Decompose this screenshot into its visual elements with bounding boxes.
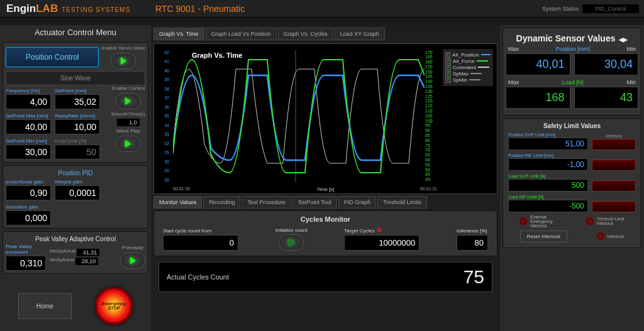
logo: EnginLABTESTING SYSTEMS xyxy=(0,3,130,15)
dutycycle-input: 50 xyxy=(55,144,100,160)
ramprate-input[interactable]: 10,00 xyxy=(55,119,100,134)
frequency-input[interactable]: 4,00 xyxy=(6,94,51,109)
interlock-led-pinf xyxy=(592,160,636,171)
position-min: 30,04 xyxy=(574,53,639,75)
i-gain-input[interactable]: 0,0001 xyxy=(55,185,100,200)
expand-icon[interactable]: ◀▶ xyxy=(619,36,628,43)
setpoint-input[interactable]: 35,02 xyxy=(55,94,100,109)
position-max: 40,01 xyxy=(506,53,570,75)
load-inf-limit[interactable]: -500 xyxy=(508,200,588,212)
enable-servo-toggle[interactable] xyxy=(111,53,136,69)
pid-title: Position PID xyxy=(6,170,145,176)
initialize-count-button[interactable] xyxy=(279,234,304,251)
start-cycle-input[interactable]: 0 xyxy=(163,235,238,251)
tab-test-procedure[interactable]: Test Procedure xyxy=(242,196,291,209)
setpoint-min-input[interactable]: 30,00 xyxy=(6,144,51,160)
chart-legend: ✓AII_Position ✓AII_Force ✓Command ✓SpMax… xyxy=(443,49,493,86)
tab-recording[interactable]: Recording xyxy=(203,196,240,209)
position-control-button[interactable]: Position Control xyxy=(6,47,99,67)
actual-cycles-display: Actual Cycles Count75 xyxy=(158,262,492,292)
system-status: System StatusPID_Control xyxy=(542,4,639,13)
emergency-stop-button[interactable]: Emergency STOP xyxy=(95,287,133,325)
home-button[interactable]: Home xyxy=(18,293,72,319)
monitor-tabs: Monitor Values Recording Test Procedure … xyxy=(153,196,497,209)
target-cycles-input[interactable]: 10000000 xyxy=(344,235,419,251)
tab-load-xy[interactable]: Load XY Graph xyxy=(335,28,385,40)
pv-increment-input[interactable]: 0,310 xyxy=(6,256,46,271)
waveform-select[interactable]: Sine Wave xyxy=(6,71,145,85)
wave-play-toggle[interactable] xyxy=(116,136,141,152)
pv-enable-toggle[interactable] xyxy=(120,252,145,269)
interlock-led-linf xyxy=(592,201,636,212)
interlock-led-lsup xyxy=(592,180,636,192)
enable-control-toggle[interactable] xyxy=(116,93,141,109)
tab-graph-load-pos[interactable]: Graph Load Vs Position xyxy=(206,28,277,40)
tab-setpoint-tool[interactable]: SetPoint Tool xyxy=(292,196,337,209)
safety-title: Safety Limit Values xyxy=(506,122,638,129)
pos-sup-limit[interactable]: 51,00 xyxy=(508,138,588,150)
interlock-led xyxy=(596,232,605,241)
cycles-monitor-title: Cycles Monitor xyxy=(157,215,494,223)
minsp-actual: 28,10 xyxy=(75,258,98,265)
load-sup-limit[interactable]: 500 xyxy=(508,179,588,192)
tab-graph-cycles[interactable]: Graph Vs. Cycles xyxy=(278,28,333,40)
reset-interlock-button[interactable]: Reset Interlock xyxy=(520,231,567,242)
d-gain-input[interactable]: 0,000 xyxy=(6,210,51,225)
graph-tabs: Graph Vs. Time Graph Load Vs Position Gr… xyxy=(153,28,497,40)
tab-graph-time[interactable]: Graph Vs. Time xyxy=(153,28,204,40)
interlock-led-psup xyxy=(592,139,636,150)
graph-plot: Graph Vs. Time 4241403938373635343332313… xyxy=(153,43,497,194)
chart-svg xyxy=(173,50,425,182)
actuator-menu-title: Actuator Control Menu xyxy=(3,28,148,37)
maxsp-actual: 41,31 xyxy=(77,249,99,256)
tab-pid-graph[interactable]: PID Graph xyxy=(338,196,377,209)
load-max: 168 xyxy=(506,87,570,109)
tab-treshold-limits[interactable]: Treshold Limits xyxy=(377,196,427,209)
target-indicator-icon xyxy=(377,227,382,232)
setpoint-max-input[interactable]: 40,00 xyxy=(6,119,51,134)
load-min: 43 xyxy=(574,87,639,109)
dsv-title: Dynamic Sensor Values◀▶ xyxy=(506,31,638,46)
pv-title: Peak Valley Adaptive Control xyxy=(6,236,145,242)
p-gain-input[interactable]: 0,90 xyxy=(6,185,51,200)
tolerance-input[interactable]: 80 xyxy=(457,235,488,251)
treshold-led xyxy=(586,217,594,225)
app-title: RTC 9001 - Pneumatic xyxy=(155,4,245,14)
smoothtime-input[interactable]: 1,0 xyxy=(117,119,140,126)
ext-emergency-led xyxy=(519,217,528,225)
pos-inf-limit[interactable]: -1,00 xyxy=(508,158,588,171)
tab-monitor-values[interactable]: Monitor Values xyxy=(153,196,202,209)
